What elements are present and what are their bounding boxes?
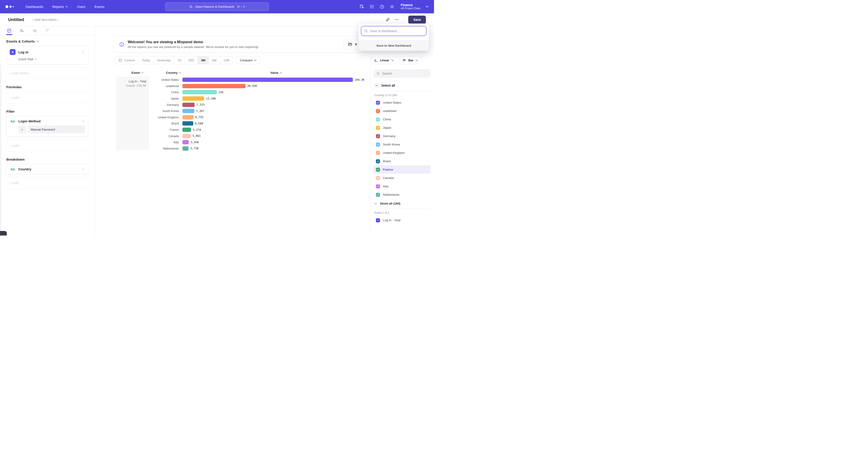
tab-retention[interactable] bbox=[45, 26, 50, 35]
range-option-7d[interactable]: 7D bbox=[174, 56, 185, 64]
legend-row-canada[interactable]: ✓Canada bbox=[374, 174, 430, 182]
legend-row-brazil[interactable]: ✓Brazil bbox=[374, 157, 430, 165]
breakdown-card-country[interactable]: Aa Country bbox=[6, 164, 88, 174]
legend-row-united-states[interactable]: ✓United States bbox=[374, 98, 430, 107]
filter-property-name[interactable]: Login Method bbox=[18, 119, 40, 123]
show-all-button[interactable]: Show all (184) bbox=[374, 202, 430, 205]
legend-row-japan[interactable]: ✓Japan bbox=[374, 123, 430, 132]
legend-checkbox-checked[interactable]: ✓ bbox=[376, 134, 380, 138]
legend-row-event-log-in-total[interactable]: ✓ Log In - Total bbox=[374, 216, 430, 225]
bar-segment[interactable] bbox=[182, 84, 246, 88]
legend-checkbox-checked[interactable]: ✓ bbox=[376, 143, 380, 147]
compare-label: Compare bbox=[240, 59, 252, 62]
legend-checkbox-checked[interactable]: ✓ bbox=[376, 193, 380, 197]
add-formula-button[interactable]: + Add bbox=[6, 92, 88, 104]
range-option-30d[interactable]: 30D bbox=[185, 56, 197, 64]
legend-event-checkbox[interactable]: ✓ bbox=[376, 218, 380, 223]
settings-gear-icon[interactable] bbox=[390, 4, 395, 9]
bar-segment[interactable] bbox=[182, 78, 353, 82]
bar-row-united-kingdom: United Kingdom6,755 bbox=[149, 114, 369, 121]
range-option-6m[interactable]: 6M bbox=[209, 56, 220, 64]
bar-segment[interactable] bbox=[182, 140, 189, 144]
bar-segment[interactable] bbox=[182, 127, 191, 132]
legend-checkbox-checked[interactable]: ✓ bbox=[376, 109, 380, 113]
legend-checkbox-checked[interactable]: ✓ bbox=[376, 126, 380, 130]
bottom-left-widget[interactable] bbox=[0, 231, 7, 235]
legend-search-input[interactable] bbox=[382, 72, 428, 75]
mixpanel-logo[interactable] bbox=[5, 5, 14, 8]
bar-segment[interactable] bbox=[182, 115, 193, 119]
legend-row-germany[interactable]: ✓Germany bbox=[374, 132, 430, 140]
tab-insights[interactable] bbox=[7, 26, 11, 35]
range-option-12m[interactable]: 12M bbox=[220, 56, 233, 64]
legend-row-china[interactable]: ✓China bbox=[374, 115, 430, 123]
save-to-new-dashboard-button[interactable]: Save to New Dashboard bbox=[359, 40, 429, 51]
column-header-event[interactable]: Event bbox=[131, 71, 144, 75]
add-breakdown-button[interactable]: + Add bbox=[6, 177, 88, 189]
range-option-custom[interactable]: Custom bbox=[115, 56, 138, 64]
legend-row-united-kingdom[interactable]: ✓United Kingdom bbox=[374, 149, 430, 157]
apps-grid-icon[interactable] bbox=[370, 4, 374, 9]
column-header-country[interactable]: Country bbox=[166, 71, 181, 75]
report-title[interactable]: Untitled bbox=[8, 17, 24, 22]
metric-card-log-in[interactable]: A Log In Count Total bbox=[6, 46, 88, 64]
chart-type-selector[interactable]: Bar bbox=[399, 56, 421, 64]
legend-checkbox-checked[interactable]: ✓ bbox=[376, 101, 380, 105]
select-all-row[interactable]: Select all bbox=[374, 84, 430, 88]
nav-item-reports[interactable]: Reports bbox=[52, 5, 68, 8]
tab-flows[interactable] bbox=[33, 26, 37, 35]
breakdown-kebab-icon[interactable] bbox=[81, 168, 85, 171]
bar-segment[interactable] bbox=[182, 96, 204, 101]
help-icon[interactable] bbox=[379, 4, 384, 9]
legend-checkbox-checked[interactable]: ✓ bbox=[376, 184, 380, 188]
metric-kebab-icon[interactable] bbox=[81, 50, 85, 54]
copy-link-icon[interactable] bbox=[385, 18, 390, 22]
bar-segment[interactable] bbox=[182, 90, 217, 94]
add-metric-button[interactable]: + Add Metric bbox=[6, 67, 88, 79]
scale-selector[interactable]: Linear bbox=[371, 56, 397, 64]
legend-row-netherlands[interactable]: ✓Netherlands bbox=[374, 190, 430, 199]
bar-segment[interactable] bbox=[182, 109, 194, 113]
range-option-yesterday[interactable]: Yesterday bbox=[154, 56, 174, 64]
nav-item-events[interactable]: Events bbox=[94, 5, 104, 8]
breakdown-property-name[interactable]: Country bbox=[18, 167, 31, 171]
save-to-dashboard-input[interactable] bbox=[361, 26, 426, 36]
legend-search-box[interactable] bbox=[374, 69, 430, 78]
project-switcher[interactable]: Finance All Project Data bbox=[401, 3, 420, 10]
nav-item-dashboards[interactable]: Dashboards bbox=[26, 5, 43, 8]
metric-event-name[interactable]: Log In bbox=[18, 50, 29, 54]
legend-checkbox-checked[interactable]: ✓ bbox=[376, 176, 380, 180]
filter-operator-selector[interactable]: = bbox=[18, 125, 26, 133]
legend-row-france[interactable]: ✓France bbox=[374, 165, 430, 174]
column-header-value[interactable]: Value bbox=[270, 71, 282, 75]
legend-checkbox-checked[interactable]: ✓ bbox=[376, 117, 380, 121]
project-chevron-down-icon[interactable] bbox=[426, 6, 429, 7]
range-option-3m[interactable]: 3M bbox=[197, 56, 209, 64]
legend-row-italy[interactable]: ✓Italy bbox=[374, 182, 430, 190]
legend-checkbox-checked[interactable]: ✓ bbox=[376, 159, 380, 163]
add-filter-button[interactable]: + Add bbox=[6, 140, 88, 152]
tab-funnels[interactable] bbox=[20, 26, 24, 35]
legend-row-undefined[interactable]: ✓undefined bbox=[374, 107, 430, 115]
bar-segment[interactable] bbox=[182, 146, 188, 151]
legend-checkbox-checked[interactable]: ✓ bbox=[376, 168, 380, 172]
metric-aggregation-selector[interactable]: Count Total bbox=[18, 57, 85, 61]
legend-checkbox-checked[interactable]: ✓ bbox=[376, 151, 380, 155]
legend-row-south-korea[interactable]: ✓South Korea bbox=[374, 140, 430, 149]
filter-card-login-method[interactable]: Aa Login Method = Manual Password bbox=[6, 116, 88, 137]
events-cohorts-header[interactable]: Events & Cohorts bbox=[6, 39, 88, 43]
range-option-today[interactable]: Today bbox=[138, 56, 154, 64]
add-description-placeholder[interactable]: + Add description... bbox=[32, 18, 59, 22]
more-options-icon[interactable] bbox=[395, 18, 399, 22]
filter-value-selector[interactable]: Manual Password bbox=[28, 125, 85, 133]
compare-button[interactable]: Compare bbox=[236, 56, 260, 64]
bar-segment[interactable] bbox=[182, 103, 195, 107]
global-search-bar[interactable]: Open Reports & Dashboards ⌘ + K bbox=[165, 2, 269, 11]
select-all-checkbox-indeterminate[interactable] bbox=[374, 84, 378, 88]
bar-segment[interactable] bbox=[182, 134, 191, 138]
filter-kebab-icon[interactable] bbox=[81, 119, 85, 123]
data-management-icon[interactable] bbox=[360, 4, 364, 9]
nav-item-users[interactable]: Users bbox=[77, 5, 86, 8]
save-button[interactable]: Save bbox=[408, 16, 426, 24]
bar-segment[interactable] bbox=[182, 121, 193, 125]
